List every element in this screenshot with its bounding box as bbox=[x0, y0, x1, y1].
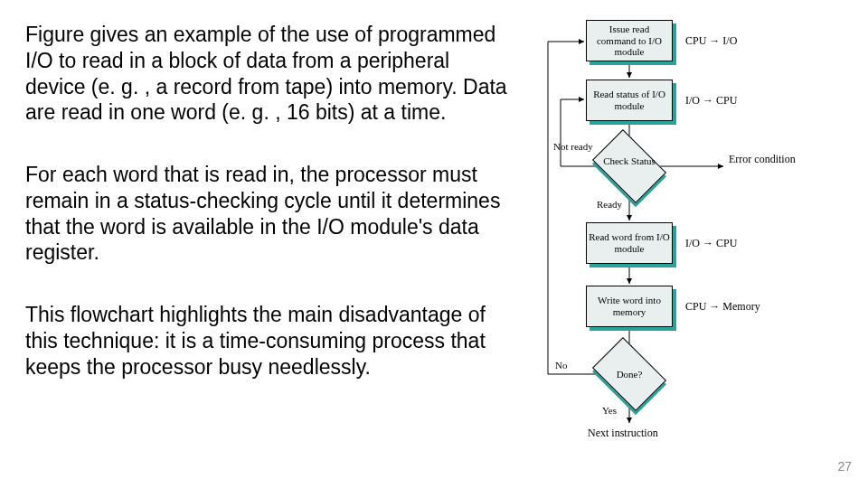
side-label-2: I/O → CPU bbox=[685, 94, 737, 108]
paragraph-1: Figure gives an example of the use of pr… bbox=[25, 22, 514, 126]
label-not-ready: Not ready bbox=[553, 141, 595, 152]
label-ready: Ready bbox=[597, 199, 622, 210]
box-write-word: Write word into memory bbox=[586, 286, 673, 327]
box-read-word: Read word from I/O module bbox=[586, 222, 673, 264]
page-number: 27 bbox=[837, 459, 852, 474]
paragraph-2: For each word that is read in, the proce… bbox=[25, 162, 514, 266]
side-label-1: CPU → I/O bbox=[685, 34, 737, 48]
text-column: Figure gives an example of the use of pr… bbox=[25, 22, 514, 416]
label-yes: Yes bbox=[602, 405, 617, 416]
box-issue-read: Issue read command to I/O module bbox=[586, 20, 673, 61]
box-read-status: Read status of I/O module bbox=[586, 80, 673, 121]
flowchart: Issue read command to I/O module CPU → I… bbox=[542, 14, 850, 466]
side-label-4: CPU → Memory bbox=[685, 300, 760, 314]
label-no: No bbox=[555, 360, 567, 371]
paragraph-3: This flowchart highlights the main disad… bbox=[25, 302, 514, 380]
side-label-3: I/O → CPU bbox=[685, 237, 737, 250]
label-error: Error condition bbox=[729, 154, 801, 165]
label-next-instruction: Next instruction bbox=[588, 427, 658, 440]
decision-check-status-label: Check Status bbox=[598, 155, 661, 166]
decision-done-label: Done? bbox=[598, 369, 661, 380]
